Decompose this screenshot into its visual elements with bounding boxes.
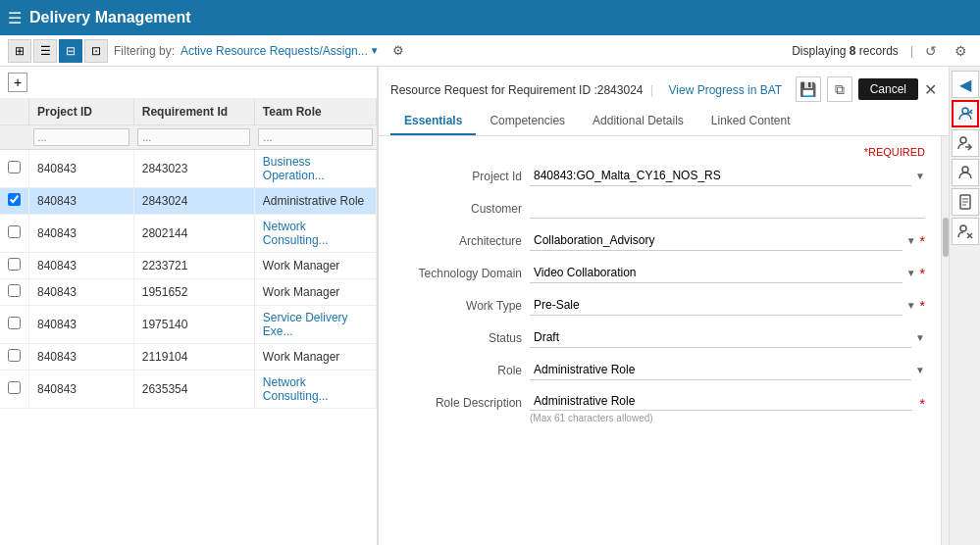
row-team-role[interactable]: Administrative Role (254, 188, 376, 215)
add-record-btn[interactable]: + (8, 73, 27, 92)
row-checkbox[interactable] (8, 193, 21, 206)
table-container: Project ID Requirement Id Team Role (0, 99, 377, 545)
records-table: Project ID Requirement Id Team Role (0, 99, 377, 409)
row-team-role[interactable]: Work Manager (254, 344, 376, 371)
team-role-link[interactable]: Business Operation... (263, 155, 325, 182)
tab-essentials[interactable]: Essentials (390, 108, 476, 135)
project-id-dropdown-arrow[interactable]: ▼ (915, 171, 925, 181)
role-description-label: Role Description (394, 392, 522, 410)
main-layout: + Project ID Requirement Id Team Role (0, 67, 980, 545)
table-row[interactable]: 8408432802144Network Consulting... (0, 215, 377, 253)
row-checkbox[interactable] (8, 349, 21, 362)
left-panel: + Project ID Requirement Id Team Role (0, 67, 378, 545)
project-id-filter[interactable] (33, 128, 130, 146)
status-value: Draft (530, 327, 911, 348)
table-row[interactable]: 8408432635354Network Consulting... (0, 371, 377, 409)
row-team-role[interactable]: Work Manager (254, 253, 376, 279)
detail-title: Resource Request for Requirement ID :284… (390, 82, 782, 97)
team-role-link[interactable]: Service Delivery Exe... (263, 311, 348, 338)
customer-field (530, 198, 925, 219)
tab-additional-details[interactable]: Additional Details (579, 108, 697, 135)
requirement-id-filter-cell (133, 125, 254, 150)
row-checkbox[interactable] (8, 258, 21, 271)
table-row[interactable]: 8408432119104Work Manager (0, 344, 377, 371)
toolbar-person-x-btn[interactable] (952, 218, 979, 245)
cancel-button[interactable]: Cancel (858, 78, 918, 100)
project-id-col-header[interactable]: Project ID (29, 99, 134, 125)
role-description-input[interactable] (530, 392, 912, 411)
save-icon-btn[interactable]: 💾 (796, 76, 821, 102)
row-team-role[interactable]: Business Operation... (254, 150, 376, 188)
card-view-btn[interactable]: ⊡ (84, 39, 108, 63)
customer-row: Customer (394, 198, 925, 219)
detail-requirement-id: 2843024 (597, 83, 644, 97)
requirement-id-col-header[interactable]: Requirement Id (133, 99, 254, 125)
team-role-link[interactable]: Network Consulting... (263, 220, 329, 247)
view-progress-bat-link[interactable]: View Progress in BAT (669, 83, 783, 97)
toolbar-back-btn[interactable]: ◀ (952, 71, 979, 98)
row-project-id: 840843 (29, 215, 134, 253)
filter-value[interactable]: Active Resource Requests/Assign... ▼ (181, 44, 380, 58)
hamburger-icon[interactable]: ☰ (8, 9, 22, 27)
team-role-col-header[interactable]: Team Role (254, 99, 376, 125)
technology-domain-dropdown-arrow[interactable]: ▼ (906, 268, 916, 278)
architecture-required-dot: * (920, 233, 925, 249)
table-row[interactable]: 8408431951652Work Manager (0, 279, 377, 306)
table-row[interactable]: 8408432843023Business Operation... (0, 150, 377, 188)
refresh-btn[interactable]: ↺ (919, 39, 943, 63)
table-view-btn[interactable]: ⊟ (59, 39, 82, 63)
technology-domain-required-dot: * (920, 266, 925, 281)
customer-input[interactable] (530, 198, 925, 219)
row-checkbox-cell (0, 344, 29, 371)
status-field: Draft ▼ (530, 327, 925, 348)
settings-btn[interactable]: ⚙ (949, 39, 972, 63)
table-row[interactable]: 8408432233721Work Manager (0, 253, 377, 279)
grid-view-btn[interactable]: ⊞ (8, 39, 31, 63)
required-note: *REQUIRED (394, 146, 925, 158)
role-description-required-dot: * (920, 392, 925, 412)
expand-icon-btn[interactable]: ⧉ (827, 76, 852, 102)
row-checkbox[interactable] (8, 161, 21, 173)
row-requirement-id: 1975140 (133, 306, 254, 344)
role-dropdown-arrow[interactable]: ▼ (915, 365, 925, 375)
work-type-dropdown-arrow[interactable]: ▼ (906, 300, 916, 311)
toolbar-document-btn[interactable] (952, 188, 979, 216)
architecture-dropdown-arrow[interactable]: ▼ (906, 235, 916, 246)
toolbar-person-highlighted-btn[interactable] (952, 100, 979, 127)
status-dropdown-arrow[interactable]: ▼ (915, 332, 925, 343)
list-view-btn[interactable]: ☰ (33, 39, 57, 63)
tab-competencies[interactable]: Competencies (476, 108, 579, 135)
row-team-role[interactable]: Work Manager (254, 279, 376, 306)
row-project-id: 840843 (29, 344, 134, 371)
architecture-row: Architecture Collaboration_Advisory ▼ * (394, 230, 925, 251)
row-checkbox[interactable] (8, 284, 21, 297)
row-project-id: 840843 (29, 306, 134, 344)
svg-point-3 (960, 137, 966, 143)
technology-domain-value: Video Collaboration (530, 263, 903, 283)
app-title: Delivery Management (29, 9, 191, 26)
team-role-link[interactable]: Network Consulting... (263, 375, 329, 403)
top-bar: ☰ Delivery Management (0, 0, 980, 35)
filter-config-btn[interactable]: ⚙ (386, 38, 411, 64)
row-checkbox[interactable] (8, 317, 21, 329)
row-checkbox[interactable] (8, 225, 21, 238)
architecture-label: Architecture (394, 230, 522, 248)
row-team-role[interactable]: Service Delivery Exe... (254, 306, 376, 344)
team-role-filter[interactable] (258, 128, 372, 146)
requirement-id-filter[interactable] (137, 128, 250, 146)
row-team-role[interactable]: Network Consulting... (254, 371, 376, 409)
detail-scrollbar[interactable] (941, 136, 949, 545)
table-row[interactable]: 8408432843024Administrative Role (0, 188, 377, 215)
row-checkbox-cell (0, 279, 29, 306)
row-checkbox[interactable] (8, 381, 21, 394)
scroll-thumb (943, 218, 949, 257)
tabs: Essentials Competencies Additional Detai… (390, 108, 937, 135)
technology-domain-row: Technology Domain Video Collaboration ▼ … (394, 263, 925, 283)
toolbar-person-btn[interactable] (952, 159, 979, 186)
close-button[interactable]: ✕ (924, 80, 937, 99)
tab-linked-content[interactable]: Linked Content (697, 108, 804, 135)
role-description-hint: (Max 61 characters allowed) (530, 413, 912, 423)
row-team-role[interactable]: Network Consulting... (254, 215, 376, 253)
toolbar-person-arrow-btn[interactable] (952, 129, 979, 157)
table-row[interactable]: 8408431975140Service Delivery Exe... (0, 306, 377, 344)
